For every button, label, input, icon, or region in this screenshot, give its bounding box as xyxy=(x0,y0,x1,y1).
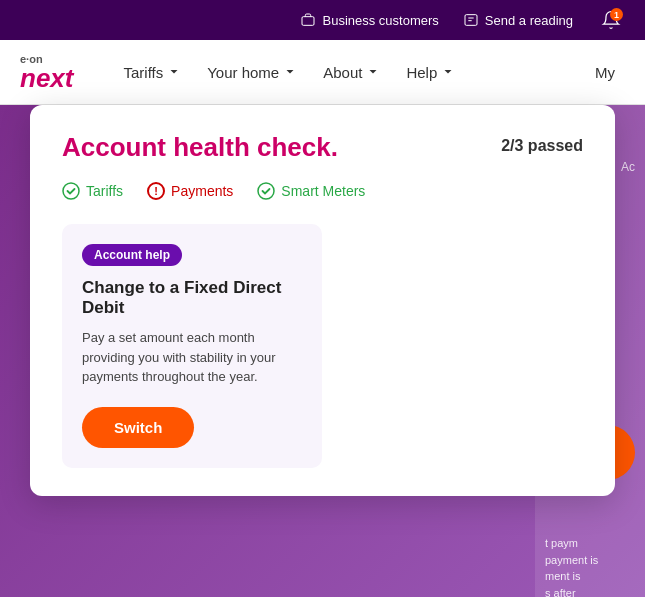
meter-icon xyxy=(463,12,479,28)
logo[interactable]: e·on next xyxy=(20,54,73,91)
check-smart-meters: Smart Meters xyxy=(257,182,365,200)
modal-checks: Tariffs ! Payments Smart Meters xyxy=(62,182,583,200)
navbar: e·on next Tariffs Your home About Help M… xyxy=(0,40,645,105)
svg-point-3 xyxy=(258,183,274,199)
switch-button[interactable]: Switch xyxy=(82,407,194,448)
modal-passed: 2/3 passed xyxy=(501,137,583,155)
notification-bell[interactable]: 1 xyxy=(597,6,625,34)
check-payments-label: Payments xyxy=(171,183,233,199)
nav-about[interactable]: About xyxy=(313,56,390,89)
business-customers-label: Business customers xyxy=(322,13,438,28)
card-badge: Account help xyxy=(82,244,182,266)
svg-point-2 xyxy=(63,183,79,199)
chevron-down-icon xyxy=(283,65,297,79)
briefcase-icon xyxy=(300,12,316,28)
nav-help[interactable]: Help xyxy=(396,56,465,89)
utility-bar: Business customers Send a reading 1 xyxy=(0,0,645,40)
svg-rect-0 xyxy=(302,17,314,26)
card-title: Change to a Fixed Direct Debit xyxy=(82,278,302,319)
nav-your-home[interactable]: Your home xyxy=(197,56,307,89)
logo-next-text: next xyxy=(20,65,73,91)
chevron-down-icon xyxy=(366,65,380,79)
check-pass-icon xyxy=(62,182,80,200)
modal-title: Account health check. xyxy=(62,133,338,162)
chevron-down-icon xyxy=(167,65,181,79)
check-smart-meters-label: Smart Meters xyxy=(281,183,365,199)
nav-my[interactable]: My xyxy=(585,56,625,89)
health-check-modal: Account health check. 2/3 passed Tariffs… xyxy=(30,105,615,496)
send-reading-link[interactable]: Send a reading xyxy=(463,12,573,28)
nav-items: Tariffs Your home About Help xyxy=(113,56,585,89)
notification-count: 1 xyxy=(610,8,623,21)
chevron-down-icon xyxy=(441,65,455,79)
check-payments: ! Payments xyxy=(147,182,233,200)
check-warn-icon: ! xyxy=(147,182,165,200)
modal-header: Account health check. 2/3 passed xyxy=(62,133,583,162)
check-pass-icon-2 xyxy=(257,182,275,200)
check-tariffs: Tariffs xyxy=(62,182,123,200)
nav-tariffs[interactable]: Tariffs xyxy=(113,56,191,89)
svg-rect-1 xyxy=(465,15,477,26)
bg-panel-text: t paympayment isment iss afterissued. xyxy=(545,535,598,597)
send-reading-label: Send a reading xyxy=(485,13,573,28)
check-tariffs-label: Tariffs xyxy=(86,183,123,199)
card-description: Pay a set amount each month providing yo… xyxy=(82,328,302,387)
account-help-card: Account help Change to a Fixed Direct De… xyxy=(62,224,322,468)
business-customers-link[interactable]: Business customers xyxy=(300,12,438,28)
